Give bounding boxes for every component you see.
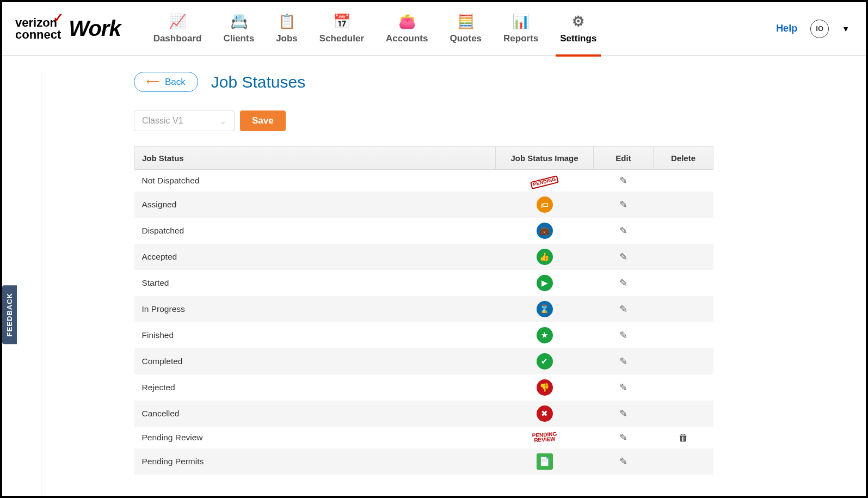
pending-stamp-icon: PENDING	[530, 175, 559, 189]
nav-label: Dashboard	[153, 33, 202, 44]
edit-icon[interactable]: ✎	[619, 356, 627, 367]
status-image-cell: ✖	[496, 401, 594, 427]
edit-icon[interactable]: ✎	[619, 175, 627, 186]
nav-scheduler[interactable]: 📅Scheduler	[319, 13, 364, 44]
edit-icon[interactable]: ✎	[619, 199, 627, 210]
nav-label: Reports	[503, 33, 538, 44]
edit-icon[interactable]: ✎	[619, 456, 627, 467]
col-image: Job Status Image	[496, 147, 594, 170]
nav-label: Quotes	[450, 33, 482, 44]
star-icon: ★	[537, 327, 553, 343]
status-name: Finished	[134, 322, 496, 348]
user-avatar[interactable]: IO	[810, 20, 829, 38]
nav-clients[interactable]: 📇Clients	[223, 13, 254, 44]
pending-review-stamp-icon: PENDINGREVIEW	[532, 431, 557, 442]
edit-icon[interactable]: ✎	[619, 304, 627, 315]
nav-jobs[interactable]: 📋Jobs	[276, 13, 298, 44]
app-header: verizon✓connect Work 📈Dashboard📇Clients📋…	[2, 2, 866, 56]
table-row: Dispatched💼✎	[134, 218, 713, 244]
table-row: Rejected👎✎	[134, 374, 713, 401]
status-image-cell: PENDINGREVIEW	[496, 427, 594, 448]
user-menu-caret[interactable]: ▼	[842, 24, 849, 33]
table-row: Assigned🏷✎	[134, 192, 713, 218]
edit-icon[interactable]: ✎	[619, 278, 627, 288]
status-name: Assigned	[134, 192, 496, 218]
status-image-cell: 👎	[496, 374, 594, 401]
col-edit: Edit	[594, 147, 654, 170]
nav-label: Clients	[223, 33, 254, 44]
document-icon: 📄	[537, 453, 553, 470]
quotes-icon: 🧮	[457, 13, 475, 30]
edit-icon[interactable]: ✎	[619, 382, 627, 393]
template-select[interactable]: Classic V1 ⌄	[134, 110, 235, 131]
table-row: Finished★✎	[134, 322, 713, 348]
job-status-table: Job Status Job Status Image Edit Delete …	[134, 146, 713, 475]
edit-icon[interactable]: ✎	[619, 225, 627, 236]
reports-icon: 📊	[512, 13, 530, 30]
col-status: Job Status	[134, 147, 496, 170]
accounts-icon: 👛	[398, 13, 416, 30]
edit-icon[interactable]: ✎	[619, 330, 627, 341]
table-row: In Progress⌛✎	[134, 296, 713, 322]
status-image-cell: ✔	[496, 348, 594, 374]
page-title: Job Statuses	[211, 73, 305, 91]
status-image-cell: ★	[496, 322, 594, 348]
main-nav: 📈Dashboard📇Clients📋Jobs📅Scheduler👛Accoun…	[153, 13, 597, 44]
edit-icon[interactable]: ✎	[619, 408, 627, 419]
col-delete: Delete	[654, 147, 713, 170]
save-button[interactable]: Save	[240, 110, 286, 131]
thumbs-down-icon: 👎	[537, 379, 553, 396]
nav-accounts[interactable]: 👛Accounts	[386, 13, 428, 44]
status-image-cell: 💼	[496, 218, 594, 244]
nav-dashboard[interactable]: 📈Dashboard	[153, 13, 202, 44]
status-image-cell: 📄	[496, 448, 594, 475]
status-name: Dispatched	[134, 218, 496, 244]
table-row: Started▶✎	[134, 270, 713, 296]
table-row: Pending ReviewPENDINGREVIEW✎🗑	[134, 427, 713, 448]
thumbs-up-icon: 👍	[537, 249, 553, 265]
table-row: Not DispatchedPENDING✎	[134, 170, 713, 192]
hourglass-icon: ⌛	[537, 301, 553, 317]
help-link[interactable]: Help	[776, 23, 797, 34]
check-icon: ✔	[537, 353, 553, 370]
status-image-cell: 👍	[496, 244, 594, 270]
brand-logo: verizon✓connect Work	[15, 16, 121, 41]
nav-label: Jobs	[276, 33, 298, 44]
status-name: Accepted	[134, 244, 496, 270]
table-row: Cancelled✖✎	[134, 401, 713, 427]
status-name: Completed	[134, 348, 496, 374]
nav-label: Accounts	[386, 33, 428, 44]
arrow-left-icon: ⟵	[146, 76, 159, 88]
scheduler-icon: 📅	[333, 13, 350, 30]
nav-settings[interactable]: ⚙Settings	[560, 13, 596, 44]
edit-icon[interactable]: ✎	[619, 251, 627, 262]
back-label: Back	[165, 77, 186, 88]
status-image-cell: ▶	[496, 270, 594, 296]
status-name: Cancelled	[134, 401, 496, 427]
chevron-down-icon: ⌄	[219, 116, 226, 126]
nav-reports[interactable]: 📊Reports	[503, 13, 538, 44]
jobs-icon: 📋	[278, 13, 296, 30]
header-right: Help IO ▼	[776, 20, 849, 38]
table-row: Completed✔✎	[134, 348, 713, 374]
select-value: Classic V1	[142, 116, 183, 126]
status-name: Started	[134, 270, 496, 296]
briefcase-icon: 💼	[537, 223, 553, 239]
status-name: Not Dispatched	[134, 170, 496, 192]
x-icon: ✖	[537, 405, 553, 422]
status-image-cell: ⌛	[496, 296, 594, 322]
nav-quotes[interactable]: 🧮Quotes	[450, 13, 482, 44]
status-image-cell: PENDING	[496, 170, 594, 192]
verizon-connect-logo: verizon✓connect	[15, 17, 61, 41]
main-content: ⟵ Back Job Statuses Classic V1 ⌄ Save Jo…	[41, 72, 762, 498]
feedback-tab[interactable]: FEEDBACK	[2, 285, 17, 344]
table-row: Accepted👍✎	[134, 244, 713, 270]
status-image-cell: 🏷	[496, 192, 594, 218]
delete-icon[interactable]: 🗑	[679, 432, 688, 443]
status-name: Pending Permits	[134, 448, 496, 475]
status-name: Pending Review	[134, 427, 496, 448]
work-logo: Work	[69, 16, 120, 41]
back-button[interactable]: ⟵ Back	[134, 72, 198, 92]
edit-icon[interactable]: ✎	[619, 432, 627, 443]
settings-icon: ⚙	[572, 13, 584, 30]
